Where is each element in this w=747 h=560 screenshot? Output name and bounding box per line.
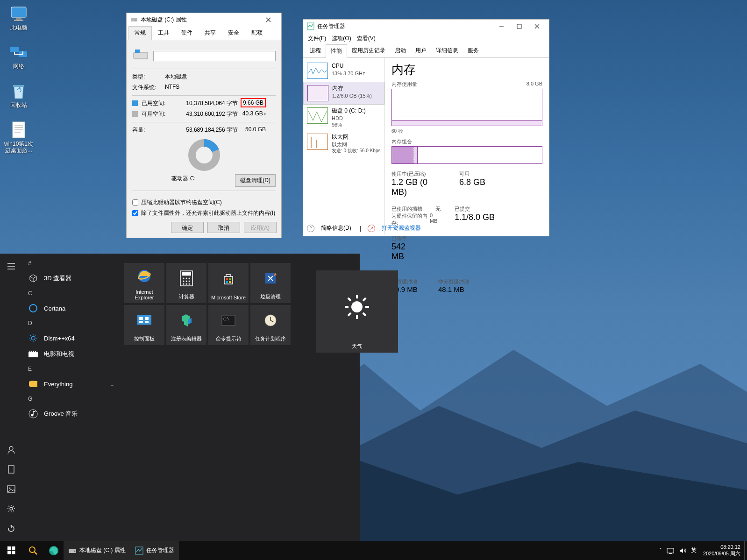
svg-rect-85 — [669, 553, 672, 554]
tab-performance[interactable]: 性能 — [326, 44, 347, 58]
svg-rect-66 — [145, 317, 149, 320]
svg-rect-1 — [16, 18, 21, 20]
maximize-button[interactable] — [511, 20, 527, 32]
taskbar-drive-props[interactable]: 本地磁盘 (C:) 属性 — [64, 541, 130, 560]
hamburger-button[interactable] — [0, 256, 22, 276]
network-tray-icon[interactable] — [667, 547, 674, 554]
fewer-details-icon[interactable]: ⌃ — [307, 225, 314, 232]
minimize-button[interactable] — [493, 20, 510, 32]
svg-rect-33 — [33, 351, 34, 352]
dialog-tabs: 常规 工具 硬件 共享 安全 配额 — [127, 26, 281, 40]
disk-cleanup-button[interactable]: 磁盘清理(D) — [235, 174, 276, 187]
task-manager-window: 任务管理器 文件(F) 选项(O) 查看(V) 进程 性能 应用历史记录 启动 … — [303, 19, 549, 236]
app-item[interactable]: Dism++x64 — [22, 330, 121, 346]
sidebar-memory[interactable]: 内存1.2/8.0 GB (15%) — [303, 82, 384, 105]
resource-monitor-link[interactable]: 打开资源监视器 — [382, 224, 421, 232]
tab-startup[interactable]: 启动 — [390, 44, 411, 57]
memory-composition-bar — [391, 146, 542, 164]
free-color-swatch — [132, 111, 138, 117]
tab-general[interactable]: 常规 — [128, 26, 152, 40]
drive-name-input[interactable] — [153, 51, 276, 61]
tm-titlebar[interactable]: 任务管理器 — [303, 20, 549, 33]
desktop-icon-recycle-bin[interactable]: 回收站 — [2, 80, 35, 115]
svg-rect-31 — [29, 351, 30, 352]
fewer-details-button[interactable]: 简略信息(D) — [321, 224, 351, 232]
app-icon — [28, 273, 38, 284]
tile-weather[interactable]: 天气 — [316, 270, 398, 353]
search-button[interactable] — [22, 541, 44, 560]
drive-properties-dialog: 本地磁盘 (C:) 属性 常规 工具 硬件 共享 安全 配额 类型:本地磁盘 文… — [126, 13, 282, 238]
power-button[interactable] — [0, 518, 22, 538]
sidebar-ethernet[interactable]: 以太网以太网发送: 0 接收: 56.0 Kbps — [303, 131, 384, 156]
ok-button[interactable]: 确定 — [171, 222, 204, 233]
app-item[interactable]: 电影和电视 — [22, 346, 121, 362]
start-button[interactable] — [0, 541, 22, 560]
section-header[interactable]: G — [22, 392, 121, 406]
compress-checkbox[interactable]: 压缩此驱动器以节约磁盘空间(C) — [132, 198, 276, 206]
sidebar-cpu[interactable]: CPU13% 3.70 GHz — [303, 60, 384, 82]
tab-quota[interactable]: 配额 — [245, 26, 269, 40]
tab-sharing[interactable]: 共享 — [199, 26, 222, 40]
tile[interactable]: Internet Explorer — [124, 263, 164, 303]
close-button[interactable] — [259, 13, 277, 26]
section-header[interactable]: E — [22, 362, 121, 376]
tab-hardware[interactable]: 硬件 — [175, 26, 199, 40]
tab-services[interactable]: 服务 — [463, 44, 484, 57]
desktop-icons: 此电脑 网络 回收站 win10第1次进桌面必... — [2, 2, 35, 157]
cancel-button[interactable]: 取消 — [207, 222, 240, 233]
svg-rect-14 — [135, 50, 140, 53]
section-header[interactable]: D — [22, 316, 121, 330]
tile[interactable]: 任务计划程序 — [250, 305, 291, 345]
menu-file[interactable]: 文件(F) — [308, 35, 326, 43]
app-item[interactable]: Everything⌄ — [22, 376, 121, 392]
svg-point-20 — [9, 447, 13, 450]
dialog-titlebar[interactable]: 本地磁盘 (C:) 属性 — [127, 13, 281, 26]
tile[interactable]: C:\_命令提示符 — [208, 305, 249, 345]
svg-rect-11 — [131, 18, 137, 21]
documents-button[interactable] — [0, 460, 22, 479]
network-icon — [9, 43, 28, 62]
show-desktop-button[interactable] — [744, 541, 747, 560]
app-item[interactable]: 3D 查看器 — [22, 270, 121, 286]
tab-users[interactable]: 用户 — [411, 44, 431, 57]
close-button[interactable] — [528, 20, 545, 32]
user-button[interactable] — [0, 440, 22, 460]
app-item[interactable]: Cortana — [22, 300, 121, 316]
section-header[interactable]: C — [22, 286, 121, 300]
index-checkbox[interactable]: 除了文件属性外，还允许索引此驱动器上文件的内容(I) — [132, 209, 276, 217]
task-manager-icon — [307, 22, 314, 30]
tile[interactable]: 计算器 — [166, 263, 206, 303]
taskbar-task-manager[interactable]: 任务管理器 — [130, 541, 179, 560]
tile[interactable]: 注册表编辑器 — [166, 305, 206, 345]
app-item[interactable]: Groove 音乐 — [22, 406, 121, 422]
desktop-icon-network[interactable]: 网络 — [2, 41, 35, 76]
apply-button[interactable]: 应用(A) — [244, 222, 277, 233]
desktop-icon-this-pc[interactable]: 此电脑 — [2, 2, 35, 37]
tab-app-history[interactable]: 应用历史记录 — [347, 44, 390, 57]
tab-security[interactable]: 安全 — [222, 26, 245, 40]
menu-options[interactable]: 选项(O) — [332, 35, 351, 43]
tile[interactable]: Microsoft Store — [208, 263, 249, 303]
taskbar-edge[interactable] — [44, 541, 64, 560]
tile[interactable]: 垃圾清理 — [250, 263, 291, 303]
label: 回收站 — [10, 102, 27, 108]
pictures-button[interactable] — [0, 479, 22, 499]
menu-view[interactable]: 查看(V) — [357, 35, 376, 43]
settings-button[interactable] — [0, 499, 22, 518]
taskbar-clock[interactable]: 08:20:12 2020/09/05 周六 — [699, 544, 744, 556]
desktop-icon-textfile[interactable]: win10第1次进桌面必... — [2, 119, 35, 154]
free-label: 可用空间: — [142, 110, 168, 118]
tab-processes[interactable]: 进程 — [305, 44, 326, 57]
start-app-list[interactable]: #3D 查看器CCortanaDDism++x64电影和电视EEverythin… — [22, 254, 121, 541]
tab-tools[interactable]: 工具 — [152, 26, 175, 40]
svg-point-41 — [183, 277, 185, 279]
tile[interactable]: 控制面板 — [124, 305, 164, 345]
section-header[interactable]: # — [22, 256, 121, 270]
volume-tray-icon[interactable] — [679, 547, 686, 554]
ime-indicator[interactable]: 英 — [691, 546, 697, 554]
sidebar-disk[interactable]: 磁盘 0 (C: D:)HDD96% — [303, 105, 384, 131]
svg-rect-84 — [667, 548, 674, 553]
tab-details[interactable]: 详细信息 — [431, 44, 463, 57]
tray-chevron[interactable]: ˄ — [659, 547, 662, 554]
svg-line-63 — [348, 313, 351, 316]
